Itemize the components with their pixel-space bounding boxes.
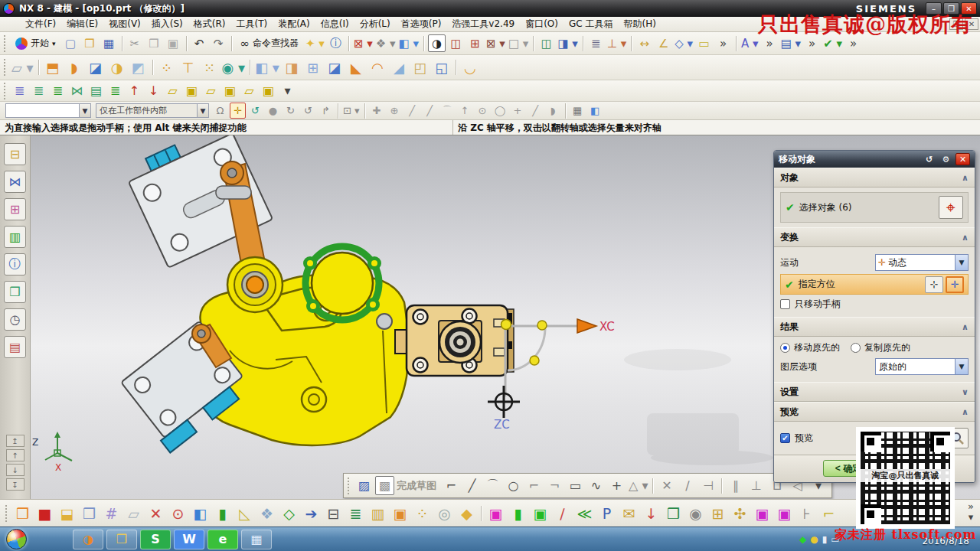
machine-icon[interactable]: ⊞ (707, 503, 728, 523)
redo-icon[interactable]: ↷ (210, 34, 227, 52)
menu-item-6[interactable]: 装配(A) (273, 16, 315, 32)
angle-wedge-icon[interactable]: ◺ (234, 503, 255, 523)
draft-icon[interactable]: ◱ (432, 57, 452, 77)
display-part-icon[interactable]: ❖ ▾ (375, 34, 397, 52)
tray-shield-icon[interactable]: ◆ (799, 534, 806, 545)
snapshot-icon[interactable]: ❒ (12, 503, 33, 523)
chevron-down-icon[interactable]: ▼ (79, 104, 90, 117)
mirror-feature-icon[interactable]: ⊤ (178, 57, 198, 77)
move-handles-only-row[interactable]: 只移动手柄 (780, 298, 969, 311)
dialog-reset-button[interactable]: ↺ (922, 153, 936, 165)
arc-icon[interactable]: ⌒ (483, 476, 502, 495)
offset-face-icon[interactable]: ◡ (460, 57, 480, 77)
mail-icon[interactable]: ✉ (619, 503, 639, 523)
tray-coin-icon[interactable]: ● (810, 534, 818, 545)
preview-section-header[interactable]: 预览 ∧ (774, 402, 975, 422)
move-original-radio[interactable] (780, 343, 790, 353)
scope-combo[interactable]: 仅在工作部件内部 ▼ (96, 103, 209, 118)
spectrum-icon[interactable]: ▮ (212, 503, 233, 523)
new-file-icon[interactable]: ▢ (62, 34, 80, 52)
prt-arrow-icon[interactable]: ➔ (301, 503, 322, 523)
perpendicular-constraint-icon[interactable]: ⊥ (746, 476, 766, 495)
measure-distance-icon[interactable]: ↔ (635, 34, 653, 52)
studio-mode-icon[interactable]: ⊞ (466, 34, 484, 52)
import-list-icon[interactable]: ↓ (641, 503, 662, 523)
chevron-down-icon[interactable]: ▼ (197, 104, 208, 117)
menu-item-13[interactable]: 帮助(H) (618, 16, 661, 32)
scroll-top-button[interactable]: ↥ (6, 435, 24, 447)
sketch-icon[interactable]: ▱ ▾ (11, 57, 34, 77)
point-dialog-button[interactable]: ⊹ (925, 276, 943, 293)
offset-curve-icon[interactable]: △ ▾ (628, 476, 648, 495)
scroll-up-button[interactable]: ↑ (6, 449, 24, 461)
result-section-header[interactable]: 结果 ∧ (774, 317, 975, 337)
dim-line-icon[interactable]: ∕ (552, 503, 573, 523)
magenta-doc-icon[interactable]: ▣ (774, 503, 795, 523)
chevron-down-icon[interactable]: ▼ (955, 255, 968, 270)
graphics-viewport[interactable]: XC ZC Z X ▨▩ 完成草图 (31, 135, 980, 499)
taskbar-nx-button[interactable]: ◑ (73, 530, 103, 549)
menu-item-2[interactable]: 视图(V) (103, 16, 146, 32)
snap-curve-icon[interactable]: ⌒ (439, 103, 456, 119)
snap-move-icon[interactable]: ✚ (369, 103, 385, 119)
point-icon[interactable]: + (607, 476, 626, 495)
tiger-icon[interactable]: ◉ (685, 503, 706, 523)
paste-icon[interactable]: ▣ (165, 34, 182, 52)
ruler-icon[interactable]: ▭ (695, 34, 713, 52)
menu-item-12[interactable]: GC 工具箱 (564, 16, 619, 32)
layer-category-icon[interactable]: ≣ (49, 82, 67, 99)
move-handles-checkbox[interactable] (780, 299, 790, 309)
plane-icon[interactable]: ▱ (123, 503, 144, 523)
select-object-button[interactable]: ⌖ (939, 196, 963, 219)
snap-endpoint-icon[interactable]: ╱ (422, 103, 438, 119)
snap-plus-icon[interactable]: + (510, 103, 526, 119)
line-icon[interactable]: ╱ (462, 476, 482, 495)
blue-cube-icon[interactable]: ◧ (190, 503, 211, 523)
cylinder-icon[interactable]: ◎ (434, 503, 455, 523)
waves-icon[interactable]: ≪ (574, 503, 595, 523)
magenta-list-icon[interactable]: ▣ (752, 503, 773, 523)
motion-combo[interactable]: ✛ 动态 ▼ (875, 254, 969, 271)
profile-icon[interactable]: ⌐ (442, 476, 461, 495)
more-chevron[interactable]: » (714, 34, 732, 52)
corner-icon[interactable]: ¬ (545, 476, 564, 495)
switch-window-icon[interactable]: ⊠ ▾ (353, 34, 374, 52)
extrude-icon[interactable]: ⬒ (43, 57, 63, 77)
layer-cross-icon[interactable]: ⋈ (68, 82, 86, 99)
export-tray-icon[interactable]: ⬓ (57, 503, 77, 523)
work-plane-icon[interactable]: ◧ (587, 103, 603, 119)
sphere-select-icon[interactable]: ● (265, 103, 281, 119)
scatter-icon[interactable]: ⁘ (412, 503, 433, 523)
column-icon[interactable]: ▥ (368, 503, 388, 523)
facet-mode-icon[interactable]: ⊠ ▾ (485, 34, 506, 52)
settings-section-header[interactable]: 设置 ∨ (774, 382, 975, 402)
revolve-icon[interactable]: ◗ (64, 57, 84, 77)
wireframe-mode-icon[interactable]: ◫ (447, 34, 465, 52)
intersect-icon[interactable]: ⊞ (303, 57, 323, 77)
fillet-icon[interactable]: ⌐ (524, 476, 544, 495)
pattern-feature-icon[interactable]: ⁘ (157, 57, 177, 77)
sketch-name-icon[interactable]: ▩ (375, 476, 394, 495)
rect-select-icon[interactable]: ⊡ ▾ (342, 103, 361, 119)
make-corner-icon[interactable]: ⊣ (698, 476, 717, 495)
taskbar-explorer-button[interactable]: ❒ (106, 530, 137, 549)
grid-icon[interactable]: ▦ (570, 103, 586, 119)
dialog-settings-button[interactable]: ⚙ (939, 153, 953, 165)
instance-icon[interactable]: ⁙ (200, 57, 220, 77)
boss-icon[interactable]: ◑ (107, 57, 127, 77)
layer-stack-icon[interactable]: ▤ (87, 82, 105, 99)
xc-axis-arrow[interactable] (577, 319, 596, 333)
clamp-icon[interactable]: ⊦ (796, 503, 817, 523)
part-info-icon[interactable]: ❒ (79, 503, 100, 523)
taskbar-browser-button[interactable]: e (207, 530, 238, 549)
layer-settings-icon[interactable]: ≣ (587, 34, 605, 52)
menu-item-4[interactable]: 格式(R) (188, 16, 231, 32)
measure-angle-icon[interactable]: ∠ (655, 34, 672, 52)
more-buttons-chevron[interactable]: » ▾ (968, 501, 974, 523)
show-hide-icon[interactable]: ◫ (537, 34, 555, 52)
arc-ball-handle[interactable] (530, 356, 539, 365)
layer-set-icon[interactable]: ≣ (11, 82, 28, 99)
layer-sheet-4-icon[interactable]: ▣ (221, 82, 239, 99)
hook-icon[interactable]: ⌐ (818, 503, 839, 523)
rib-icon[interactable]: ◩ (129, 57, 149, 77)
